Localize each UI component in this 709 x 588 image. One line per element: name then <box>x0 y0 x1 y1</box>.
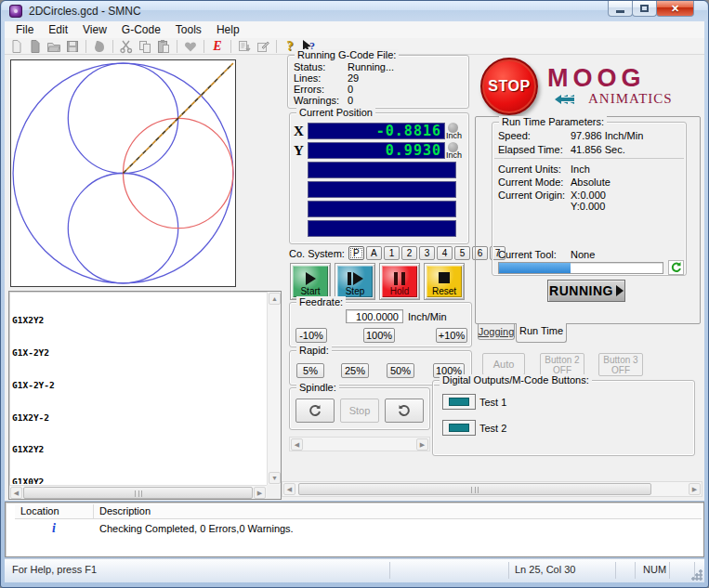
middle-pane-scrollbar[interactable]: ◀ ▶ <box>289 437 430 451</box>
minimize-button[interactable] <box>608 1 633 17</box>
digital-outputs-title: Digital Outputs/M-Code Buttons: <box>440 374 592 385</box>
button-2-off[interactable]: Button 2OFF <box>540 353 584 376</box>
feedrate-plus-button[interactable]: +10% <box>436 328 467 343</box>
rotate-ccw-icon <box>397 403 412 418</box>
scroll-down-icon[interactable]: ▼ <box>269 472 281 484</box>
spindle-ccw-button[interactable] <box>385 399 424 423</box>
test1-output-button[interactable] <box>442 394 476 410</box>
running-arrow-icon <box>616 285 624 296</box>
open-file-icon[interactable] <box>27 39 44 54</box>
co-system-2-button[interactable]: 2 <box>401 246 417 260</box>
scrollbar-thumb[interactable] <box>298 483 651 495</box>
menu-file[interactable]: File <box>8 22 41 37</box>
tab-run-time[interactable]: Run Time <box>516 323 567 343</box>
scroll-right-icon[interactable]: ▶ <box>689 483 701 495</box>
rapid-50-button[interactable]: 50% <box>387 363 414 378</box>
new-file-icon[interactable] <box>8 39 25 54</box>
co-system-a-button[interactable]: A <box>366 246 382 260</box>
location-column-header[interactable]: Location <box>15 504 94 518</box>
co-system-1-button[interactable]: 1 <box>384 246 400 260</box>
spindle-stop-button[interactable]: Stop <box>340 399 379 423</box>
scroll-right-icon[interactable]: ▶ <box>254 487 266 499</box>
copy-icon[interactable] <box>137 39 153 54</box>
scrollbar-thumb[interactable] <box>23 487 253 499</box>
resize-grip[interactable] <box>690 568 702 581</box>
current-units-label: Current Units: <box>498 163 561 175</box>
menu-help[interactable]: Help <box>209 22 247 37</box>
co-system-p-button[interactable]: P <box>348 246 364 260</box>
reset-button[interactable]: Reset <box>424 263 465 300</box>
runtime-parameters-title: Run Time Parameters: <box>499 116 607 127</box>
digital-outputs-group: Digital Outputs/M-Code Buttons: Test 1 T… <box>432 380 695 456</box>
print-icon[interactable] <box>91 39 108 54</box>
cut-icon[interactable] <box>118 39 135 54</box>
favorites-icon[interactable] <box>182 39 199 54</box>
menu-view[interactable]: View <box>75 22 114 37</box>
save-icon[interactable] <box>64 39 81 54</box>
rapid-5-button[interactable]: 5% <box>296 363 324 378</box>
estop-icon[interactable]: E <box>209 39 226 54</box>
gcode-horizontal-scrollbar[interactable]: ◀ ▶ <box>9 485 267 499</box>
paste-icon[interactable] <box>155 39 172 54</box>
scroll-right-icon[interactable]: ▶ <box>416 438 428 451</box>
feedrate-minus-button[interactable]: -10% <box>295 328 327 343</box>
rapid-25-button[interactable]: 25% <box>341 363 369 378</box>
tool-settings-icon[interactable] <box>255 39 271 54</box>
button-3-off[interactable]: Button 3OFF <box>598 353 643 376</box>
feedrate-100-button[interactable]: 100% <box>363 328 395 343</box>
menu-tools[interactable]: Tools <box>168 22 209 37</box>
gcode-vertical-scrollbar[interactable]: ▲ ▼ <box>267 292 281 485</box>
message-row[interactable]: i Checking Completed, 0 Errors,0 Warning… <box>15 521 294 536</box>
y-position-display: 0.9930 <box>308 142 445 159</box>
thumb-grip-icon <box>135 490 142 497</box>
test2-output-button[interactable] <box>442 420 476 436</box>
running-status-button[interactable]: RUNNING <box>547 280 625 302</box>
gcode-line[interactable]: G1X0Y2 <box>11 477 266 484</box>
animatics-wordmark: ANIMATICS <box>588 91 673 107</box>
x-position-display: -0.8816 <box>308 123 445 139</box>
co-system-4-button[interactable]: 4 <box>437 246 453 260</box>
y-unit-label: Inch <box>446 150 462 160</box>
check-gcode-icon[interactable] <box>236 39 253 54</box>
auto-button[interactable]: Auto <box>482 353 525 375</box>
app-window: 2DCircles.gcd - SMNC ✕ File Edit View G-… <box>0 0 709 588</box>
menu-gcode[interactable]: G-Code <box>114 22 168 37</box>
tab-jogging[interactable]: Jogging <box>478 324 515 340</box>
gcode-line[interactable]: G1X2Y2 <box>11 444 266 455</box>
start-button[interactable]: Start <box>290 263 331 300</box>
spindle-cw-button[interactable] <box>295 399 335 423</box>
description-column-header[interactable]: Description <box>94 504 702 518</box>
x-unit-label: Inch <box>446 131 462 140</box>
gcode-line[interactable]: G1X2Y-2 <box>11 412 266 424</box>
maximize-button[interactable] <box>632 1 657 17</box>
open-folder-icon[interactable] <box>46 39 62 54</box>
scroll-left-icon[interactable]: ◀ <box>283 483 295 495</box>
scroll-up-icon[interactable]: ▲ <box>269 293 281 305</box>
title-bar[interactable]: 2DCircles.gcd - SMNC ✕ <box>2 1 707 21</box>
hold-button[interactable]: Hold <box>379 263 420 300</box>
current-origin-label: Current Origin: <box>498 189 565 201</box>
close-button[interactable]: ✕ <box>656 1 694 17</box>
lines-label: Lines: <box>294 72 321 84</box>
right-pane-scrollbar[interactable]: ◀ ▶ <box>282 481 702 497</box>
co-system-3-button[interactable]: 3 <box>419 246 435 260</box>
warnings-value: 0 <box>348 95 353 106</box>
step-button[interactable]: Step <box>335 263 375 300</box>
emergency-stop-button[interactable]: STOP <box>480 58 538 115</box>
gcode-list[interactable]: G1X2Y2 G1X-2Y2 G1X-2Y-2 G1X2Y-2 G1X2Y2 G… <box>8 291 282 500</box>
message-header-row: Location Description <box>15 504 702 519</box>
toolbar-separator <box>112 40 113 53</box>
axis-display-empty <box>308 201 456 217</box>
gcode-line[interactable]: G1X2Y2 <box>11 315 266 326</box>
gcode-line[interactable]: G1X-2Y-2 <box>11 380 266 391</box>
current-mode-label: Current Mode: <box>498 176 563 188</box>
feedrate-input[interactable] <box>346 309 403 323</box>
scroll-left-icon[interactable]: ◀ <box>291 438 303 451</box>
refresh-icon[interactable] <box>668 260 684 277</box>
co-system-5-button[interactable]: 5 <box>454 246 470 260</box>
menu-edit[interactable]: Edit <box>41 22 75 37</box>
play-icon <box>306 272 316 285</box>
window-title: 2DCircles.gcd - SMNC <box>29 5 141 18</box>
gcode-line[interactable]: G1X-2Y2 <box>11 347 266 359</box>
scroll-left-icon[interactable]: ◀ <box>10 487 22 499</box>
